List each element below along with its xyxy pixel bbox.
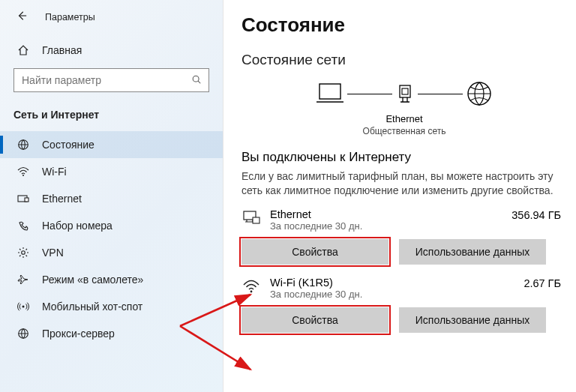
svg-point-15 [250, 290, 253, 292]
vpn-icon [16, 247, 30, 259]
connection-ethernet: Ethernet За последние 30 дн. 356.94 ГБ С… [242, 208, 567, 265]
data-usage-button[interactable]: Использование данных [399, 239, 546, 265]
sidebar-item-label: Прокси-сервер [42, 328, 115, 340]
connected-desc: Если у вас лимитный тарифный план, вы мо… [242, 169, 556, 198]
router-icon [394, 79, 416, 108]
sidebar-item-airplane[interactable]: Режим «в самолете» [0, 266, 223, 293]
data-usage-button[interactable]: Использование данных [399, 307, 546, 333]
svg-rect-14 [253, 217, 260, 223]
search-input[interactable] [22, 74, 190, 86]
sidebar-item-proxy[interactable]: Прокси-сервер [0, 320, 223, 347]
main-content: Состояние Состояние сети Ethernet Общест… [224, 0, 576, 392]
sidebar-item-hotspot[interactable]: Мобильный хот-спот [0, 293, 223, 320]
sidebar-item-label: Состояние [42, 139, 94, 151]
section-title: Сеть и Интернет [0, 109, 223, 131]
back-icon[interactable] [16, 10, 27, 23]
sidebar-item-label: VPN [42, 247, 64, 259]
sidebar-item-label: Мобильный хот-спот [42, 301, 142, 313]
sidebar-item-label: Wi-Fi [42, 166, 67, 178]
dialup-icon [16, 220, 30, 232]
airplane-icon [16, 274, 30, 286]
laptop-icon [314, 79, 346, 108]
page-title: Состояние [242, 13, 567, 37]
hotspot-icon [16, 301, 30, 313]
sidebar-item-vpn[interactable]: VPN [0, 239, 223, 266]
proxy-icon [16, 328, 30, 340]
ethernet-icon [16, 193, 30, 205]
conn-sub: За последние 30 дн. [270, 289, 514, 300]
sidebar-item-label: Ethernet [42, 193, 82, 205]
conn-name: Wi-Fi (K1R5) [270, 277, 514, 289]
window-title: Параметры [45, 12, 95, 22]
network-diagram [242, 79, 567, 109]
sidebar-item-wifi[interactable]: Wi-Fi [0, 158, 223, 185]
sidebar-item-status[interactable]: Состояние [0, 131, 223, 158]
svg-point-7 [22, 306, 25, 308]
wifi-conn-icon [242, 277, 261, 295]
svg-point-3 [22, 175, 24, 176]
sidebar-nav: Состояние Wi-Fi Ethernet Набор номера [0, 131, 223, 347]
diagram-label: Ethernet [242, 113, 567, 124]
conn-usage-value: 356.94 ГБ [512, 208, 567, 221]
svg-point-6 [22, 251, 26, 255]
conn-name: Ethernet [270, 208, 502, 220]
conn-sub: За последние 30 дн. [270, 220, 502, 232]
sidebar-item-dialup[interactable]: Набор номера [0, 212, 223, 239]
globe-icon [464, 79, 494, 109]
properties-button[interactable]: Свойства [242, 307, 388, 333]
properties-button[interactable]: Свойства [242, 239, 388, 265]
status-icon [16, 139, 30, 151]
svg-rect-11 [402, 88, 408, 94]
svg-point-0 [193, 76, 199, 82]
titlebar: Параметры [0, 0, 223, 38]
home-icon [16, 44, 30, 56]
search-icon [190, 74, 202, 87]
sidebar-item-label: Режим «в самолете» [42, 274, 143, 286]
wifi-icon [16, 166, 30, 178]
home-label: Главная [42, 44, 82, 56]
settings-sidebar: Параметры Главная Сеть и Интернет Состоя… [0, 0, 224, 392]
connection-wifi: Wi-Fi (K1R5) За последние 30 дн. 2.67 ГБ… [242, 277, 567, 333]
svg-line-1 [198, 81, 200, 83]
ethernet-conn-icon [242, 208, 261, 226]
svg-rect-10 [400, 85, 410, 97]
svg-rect-9 [320, 84, 340, 99]
sidebar-home[interactable]: Главная [0, 38, 223, 67]
search-box[interactable] [14, 68, 209, 92]
connected-title: Вы подключены к Интернету [242, 150, 567, 165]
sidebar-item-ethernet[interactable]: Ethernet [0, 185, 223, 212]
diagram-sublabel: Общественная сеть [242, 126, 567, 136]
section-subtitle: Состояние сети [242, 52, 567, 68]
sidebar-item-label: Набор номера [42, 220, 112, 232]
conn-usage-value: 2.67 ГБ [524, 277, 567, 289]
svg-rect-5 [25, 198, 28, 202]
